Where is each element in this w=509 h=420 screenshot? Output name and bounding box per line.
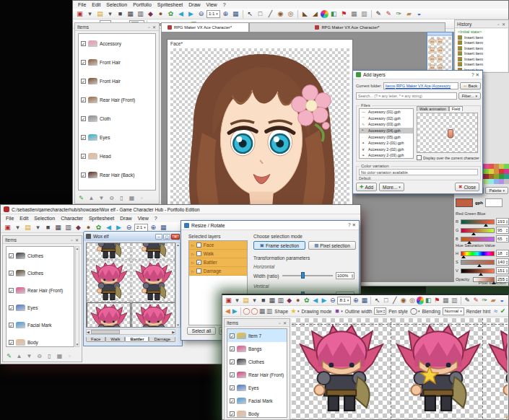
item-checkbox[interactable]: ✓ xyxy=(9,288,14,293)
dropdown-icon[interactable]: ▾ xyxy=(13,223,22,232)
zoom-out-icon[interactable]: ⊖ xyxy=(329,296,336,305)
open-folder-icon[interactable]: ▤ xyxy=(242,296,250,305)
save-all-icon[interactable]: ▦ xyxy=(53,223,63,232)
item-checkbox[interactable]: ✓ xyxy=(81,97,86,102)
expand-icon[interactable]: ▷ xyxy=(191,261,194,265)
wox-elf-titlebar[interactable]: Wox elf – ▢ ✕ xyxy=(84,232,182,241)
item-row-rear-hair-front-[interactable]: ✓Rear Hair (Front) xyxy=(6,281,74,299)
item-checkbox[interactable]: ✓ xyxy=(9,305,14,310)
close-button[interactable]: ✕ xyxy=(352,222,356,228)
generate-icon[interactable]: ✿ xyxy=(303,296,310,305)
sprite-cell[interactable] xyxy=(131,242,175,260)
menu-spritesheet[interactable]: Spritesheet xyxy=(155,2,186,7)
back-button[interactable]: ↩Back xyxy=(460,82,481,89)
file-row[interactable]: ❦Accessory 2-(02).gph xyxy=(360,146,413,153)
link-icon[interactable]: ▫ xyxy=(138,194,146,202)
item-checkbox[interactable]: ✓ xyxy=(9,253,14,258)
add-item-icon[interactable]: ✎ xyxy=(5,352,13,360)
more-button[interactable]: More...▾ xyxy=(379,183,404,191)
zoom-in-icon[interactable]: ⊕ xyxy=(352,296,360,305)
history-entry[interactable]: Insert item xyxy=(456,35,508,40)
history-initial-state[interactable]: <Initial state> xyxy=(456,29,508,35)
brush-icon[interactable]: ✑ xyxy=(481,296,489,305)
hue-spinbox[interactable]: 18▴▾ xyxy=(496,250,509,257)
menu-edit[interactable]: Edit xyxy=(89,2,103,7)
dropdown-icon[interactable]: ▾ xyxy=(347,298,349,302)
pen-red-icon[interactable]: ✎ xyxy=(384,9,393,18)
item-checkbox[interactable]: ✓ xyxy=(230,372,235,377)
spinner-icon[interactable]: ▴▾ xyxy=(506,228,508,233)
rect-select-icon[interactable]: □ xyxy=(382,296,390,305)
tile2-icon[interactable]: ▥ xyxy=(451,296,458,305)
pen-red-icon[interactable]: ✎ xyxy=(472,296,480,305)
tab-walk-animation[interactable]: Walk animation xyxy=(417,106,449,111)
item-checkbox[interactable]: ✓ xyxy=(230,385,235,390)
tile-icon[interactable]: ▦ xyxy=(442,296,450,305)
spinner-icon[interactable]: ▴▾ xyxy=(506,260,508,265)
save-icon[interactable]: ■ xyxy=(259,296,267,305)
eraser-icon[interactable]: ▰ xyxy=(404,9,414,18)
green-slider-handle[interactable] xyxy=(471,232,476,235)
item-row-head[interactable]: ✓Head xyxy=(79,146,155,165)
move-down-icon[interactable]: ▼ xyxy=(97,194,105,202)
menu-file[interactable]: File xyxy=(3,216,17,221)
generate-icon[interactable]: ✿ xyxy=(166,9,175,18)
move-layer-icon[interactable]: ◎ xyxy=(408,296,416,305)
undo-icon[interactable]: ◀ xyxy=(311,296,319,305)
move-layer-icon[interactable]: ◎ xyxy=(286,9,295,18)
breadcrumb-link[interactable]: /RPG Maker VX Ace xyxy=(396,84,431,88)
palette-color-swatch[interactable] xyxy=(484,174,489,179)
close-button[interactable]: ✕ xyxy=(171,234,180,240)
menu-selection[interactable]: Selection xyxy=(31,216,58,221)
menu-view[interactable]: View xyxy=(135,216,152,221)
item-row-eyes[interactable]: ✓Eyes xyxy=(79,128,155,146)
item-checkbox[interactable]: ✓ xyxy=(230,411,235,416)
item-checkbox[interactable]: ✓ xyxy=(81,116,86,121)
save-all-icon[interactable]: ▦ xyxy=(126,9,135,18)
spinner-icon[interactable]: ▴▾ xyxy=(506,277,508,282)
pencil-icon[interactable]: ✎ xyxy=(464,296,471,305)
circle-tool-icon[interactable]: ◯ xyxy=(243,307,250,315)
save-all-icon[interactable]: ▦ xyxy=(268,296,276,305)
flag-icon[interactable]: ⚑ xyxy=(339,9,349,18)
swatch-icon[interactable]: ◧ xyxy=(329,9,339,18)
palette-color-swatch[interactable] xyxy=(484,164,489,169)
dropdown-icon[interactable]: ▾ xyxy=(144,225,146,229)
file-row[interactable]: ∿Accessory (03).gph xyxy=(360,121,413,128)
move-frame-icon[interactable]: ◉ xyxy=(276,9,285,18)
item-row-bangs[interactable]: ✓Bangs xyxy=(227,342,287,355)
item-checkbox[interactable]: ✓ xyxy=(81,154,86,159)
fill-icon[interactable]: ◒ xyxy=(498,296,506,305)
layer-row-walk[interactable]: ▷Walk xyxy=(189,250,247,258)
palette-color-swatch[interactable] xyxy=(489,179,494,184)
layer-row-damage[interactable]: ▷Damage xyxy=(189,267,247,276)
green-slider[interactable] xyxy=(461,228,495,233)
sprite-cell[interactable] xyxy=(87,261,131,302)
drawing-mode-icon[interactable]: ■ xyxy=(334,307,340,315)
outline-width-spinner[interactable]: 1px▴▾ xyxy=(374,307,386,315)
current-color-swatch[interactable] xyxy=(456,198,473,207)
spritesheet-export-icon[interactable]: ▦ xyxy=(56,352,64,360)
item-row-clothes[interactable]: ✓Clothes xyxy=(6,264,74,281)
character-thumbnail-panel[interactable] xyxy=(427,32,453,74)
saturation-slider[interactable] xyxy=(461,260,495,265)
frame-selection-button[interactable]: ▣Frame selection xyxy=(253,241,305,250)
item-row-front-hair[interactable]: ✓Front Hair xyxy=(79,71,155,90)
red-spinbox[interactable]: 193▴▾ xyxy=(496,218,509,225)
blue-slider[interactable] xyxy=(461,237,495,242)
portfolio-titlebar[interactable]: C:/sebastien/gamecharacterhub/showcase/W… xyxy=(1,205,360,214)
palette-color-swatch[interactable] xyxy=(504,164,509,169)
width-spinner[interactable]: 100%▴▾ xyxy=(336,272,354,279)
open-folder-icon[interactable]: ▤ xyxy=(95,9,105,18)
item-checkbox[interactable]: ✓ xyxy=(81,41,86,46)
battler-zoom-canvas[interactable] xyxy=(292,318,508,419)
spritesheet-icon[interactable]: ▦ xyxy=(360,296,368,305)
eraser-icon[interactable]: ▰ xyxy=(490,296,497,305)
menu-view[interactable]: View xyxy=(204,2,220,7)
palette-color-swatch[interactable] xyxy=(499,164,504,169)
blue-spinbox[interactable]: 65▴▾ xyxy=(496,235,509,242)
palette-color-swatch[interactable] xyxy=(484,169,489,174)
file-row[interactable]: ✦Accessory 2-(01).gph xyxy=(360,140,413,146)
menu-selection[interactable]: Selection xyxy=(103,2,130,7)
apply-icon[interactable]: ✔ xyxy=(500,307,506,315)
